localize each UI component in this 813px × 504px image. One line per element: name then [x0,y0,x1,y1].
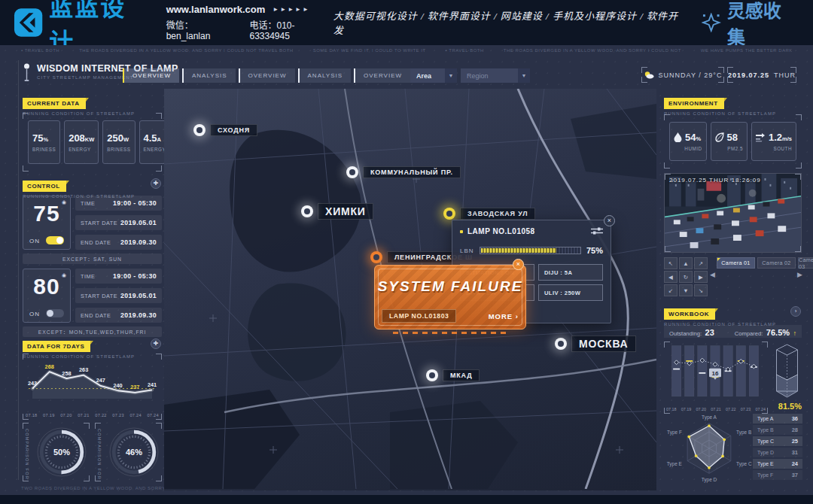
week-line-chart: 243268258263247240237241 07.1807.1907.20… [23,354,162,420]
stat-energy-kw: 208KW ENERGY [64,120,99,164]
map-label-skhodnya[interactable]: СХОДНЯ [193,124,257,136]
svg-text:Type D: Type D [702,477,717,483]
settings-sliders-icon[interactable] [591,227,603,235]
map-label-mkad[interactable]: МКАД [426,369,480,381]
pan-up-right-icon[interactable]: ↗ [694,257,708,269]
svg-text:16: 16 [712,370,719,377]
type-d-row[interactable]: Type D31 [753,448,802,457]
current-data-tag: CURRENT DATA [23,98,86,109]
map-label-khimki[interactable]: ХИМКИ [301,203,373,220]
workbook-panel-header: WORKBOOK RUNNING CONDITION OF STREETLAMP [664,305,776,326]
type-f-row[interactable]: Type F37 [753,470,802,480]
comparison-gauge-2: COMPARISON FOR 46% [95,423,162,481]
lbn-label: LBN [460,247,474,254]
svg-text:243: 243 [28,380,37,387]
tab-overview-3[interactable]: OVERVIEW [354,68,410,83]
lamp-pin-icon-yellow [443,208,455,220]
schedule2-toggle[interactable] [46,309,64,317]
website-link[interactable]: www.lanlanwork.com [166,4,266,15]
field-power: ULIV : 250W [538,284,603,301]
region-select[interactable]: Region ▼ [461,68,530,83]
type-a-row[interactable]: Type A36 [753,414,802,424]
week-axis-label: 07.22 [95,413,107,417]
lamp-pin-icon [426,369,438,381]
tab-overview-1[interactable]: OVERVIEW [123,68,179,83]
tab-analysis-1[interactable]: ANALYSIS [182,68,236,83]
chevron-down-icon: ▼ [445,68,457,83]
week-axis-label: 07.19 [43,413,55,417]
svg-text:Type B: Type B [736,430,751,436]
svg-text:Type F: Type F [667,430,682,436]
type-b-row[interactable]: Type B28 [753,425,802,435]
stat-wind: 1.2m/s SOUTH [751,122,796,161]
type-e-row[interactable]: Type E24 [753,459,802,469]
date-widget: 2019.07.25 THUR [727,67,796,83]
workbook-tag: WORKBOOK [664,308,715,320]
alert-close-icon[interactable]: × [513,259,524,270]
chevron-down-icon: ▼ [518,68,530,83]
pan-up-left-icon[interactable]: ↖ [664,257,678,269]
pan-up-icon[interactable]: ▲ [679,257,693,269]
week-data-tag: DATA FOR 7DAYS [23,341,90,352]
tab-overview-2[interactable]: OVERVIEW [239,68,295,83]
week-axis-label: 07.23 [112,413,124,417]
sun-cloud-icon [644,71,654,79]
week-axis-label: 07.18 [26,413,38,417]
pan-down-icon[interactable]: ▼ [679,284,693,296]
popup-close-icon[interactable]: × [604,215,615,226]
camera-prev-icon[interactable]: ◀ [710,271,715,278]
field-current: DIJU : 5A [538,264,603,281]
pan-down-right-icon[interactable]: ↘ [694,284,708,296]
current-data-panel: 75% BRINESS 208KW ENERGY 250W BRINESS 4.… [23,113,162,172]
camera-next-icon[interactable]: ▶ [797,271,802,278]
map-label-moskva[interactable]: МОСКВА [555,335,636,352]
schedule1-toggle[interactable] [46,236,64,244]
environment-panel: 54% HUMID 58 PM2.5 [664,114,802,169]
reset-view-icon[interactable]: ↻ [679,271,693,283]
workbook-more-button[interactable]: › [790,306,801,317]
dashboard: TRAVEL BOTHTHE ROADS DIVERGED IN A YELLO… [0,45,813,495]
header-tabs: OVERVIEW ANALYSIS OVERVIEW ANALYSIS OVER… [123,68,413,83]
svg-text:263: 263 [79,366,88,373]
map-label-zavodskaya[interactable]: ЗАВОДСКАЯ УЛ [443,208,535,220]
schedule1-end-row[interactable]: END DATE2019.09.30 [75,235,162,250]
workbook-stats-row: Outstanding: 23 Compared: 76.5% ↑ [664,325,802,338]
schedule2-start-row[interactable]: START DATE2019.05.01 [75,288,162,303]
map-label-kommunalny[interactable]: КОММУНАЛЬНЫЙ ПР. [346,166,461,178]
phone-label: 电话：010-63334945 [249,18,333,41]
svg-text:268: 268 [45,363,54,370]
schedule2-time-row[interactable]: TIME19:00 - 05:30 [75,269,162,284]
camera-02-button[interactable]: Camera 02 [757,257,796,269]
control-add-button[interactable]: ✚ [151,178,161,189]
tab-analysis-2[interactable]: ANALYSIS [298,68,352,83]
schedule1-time-row[interactable]: TIME19:00 - 05:30 [75,196,162,211]
area-select[interactable]: Area ▼ [410,68,457,83]
system-failure-alert: × SYSTEM FAILURE LAMP NO.L01803 MORE › [374,265,526,329]
top-banner: 蓝蓝设计 www.lanlanwork.com ►►►►► 微信：ben_lan… [0,0,813,45]
pan-left-icon[interactable]: ◀ [664,271,678,283]
type-c-row[interactable]: Type C25 [753,436,802,446]
droplet-icon [674,132,682,142]
wechat-label: 微信：ben_lanlan [166,18,236,41]
pan-down-left-icon[interactable]: ↙ [664,284,678,296]
lamp-pin-icon [301,205,313,217]
popup-lamp-id: LAMP NO.L01058 [467,227,535,235]
camera-03-button[interactable]: Camera 03 [798,257,813,269]
inspiration-collect[interactable]: 灵感收集 [702,0,798,49]
lbn-progress-bar[interactable] [480,247,581,254]
svg-text:Type C: Type C [736,461,752,467]
camera-01-button[interactable]: Camera 01 [717,257,755,269]
week-chart-svg: 243268258263247240237241 [27,357,157,408]
alert-more-button[interactable]: MORE › [489,312,519,320]
camera-feed[interactable]: 2019.07.25 THUR 18:26:09 [664,173,802,253]
svg-text:Type E: Type E [667,461,683,467]
schedule2-end-row[interactable]: END DATE2019.09.30 [75,308,162,323]
wind-icon [756,133,766,142]
week-add-button[interactable]: ✚ [151,339,161,349]
schedule1-start-row[interactable]: START DATE2019.05.01 [75,215,162,230]
svg-text:240: 240 [113,382,122,389]
stat-briness-pct: 75% BRINESS [28,120,60,164]
pan-right-icon[interactable]: ▶ [694,271,708,283]
week-axis-label: 07.20 [60,413,72,417]
camera-feed-image [665,174,801,253]
